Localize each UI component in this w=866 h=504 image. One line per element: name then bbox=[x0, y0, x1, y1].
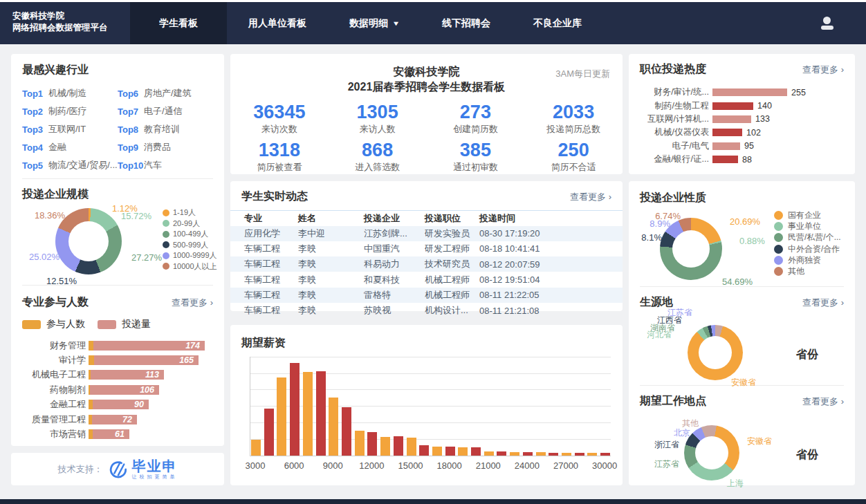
legend-item: 1000-9999人 bbox=[163, 250, 217, 261]
user-menu[interactable] bbox=[820, 2, 866, 44]
overview-stats-card: 安徽科技学院 2021届春季招聘会学生数据看板 3AM每日更新 36345来访次… bbox=[230, 54, 623, 174]
industry-label: 汽车 bbox=[144, 159, 162, 171]
section-title: 专业参与人数 bbox=[22, 295, 89, 310]
view-more-link[interactable]: 查看更多 › bbox=[570, 191, 611, 203]
table-cell: 机构设计... bbox=[425, 303, 479, 318]
tab-label: 线下招聘会 bbox=[442, 17, 490, 30]
legend-label: 1-19人 bbox=[173, 207, 196, 218]
legend-dot-icon bbox=[163, 252, 169, 259]
dashboard-content: 最感兴趣行业 Top1机械/制造Top2制药/医疗Top3互联网/ITTop4金… bbox=[0, 44, 866, 485]
salary-bar bbox=[264, 409, 274, 456]
industry-label: 互联网/IT bbox=[48, 123, 86, 136]
industry-label: 制药/医疗 bbox=[48, 105, 87, 118]
industry-label: 消费品 bbox=[144, 141, 171, 153]
donut-callout: 25.02% bbox=[29, 252, 59, 262]
majors-bar-label: 机械电子工程 bbox=[22, 368, 86, 381]
tab-bad-company[interactable]: 不良企业库 bbox=[512, 2, 603, 44]
origin-donut bbox=[688, 325, 743, 380]
x-axis-tick-label: 15000 bbox=[398, 460, 423, 471]
industry-rank: Top2 bbox=[22, 106, 48, 117]
chevron-right-icon: › bbox=[841, 64, 844, 75]
job-heat-value: 133 bbox=[755, 114, 770, 124]
user-icon[interactable] bbox=[820, 17, 834, 30]
salary-bar bbox=[329, 398, 338, 456]
stat-value: 2033 bbox=[524, 102, 623, 122]
industry-rank-item: Top5物流/交通/贸易/... bbox=[22, 156, 118, 174]
table-cell: 李映 bbox=[298, 256, 364, 272]
table-row: 车辆工程李映和夏科技机械工程师08-12 19:51:04 bbox=[230, 272, 623, 287]
legend-dot-icon bbox=[774, 211, 783, 220]
majors-bar: 165 bbox=[89, 355, 199, 365]
tab-offline-fair[interactable]: 线下招聘会 bbox=[421, 2, 512, 44]
table-cell: 车辆工程 bbox=[230, 241, 298, 256]
industry-rank-item: Top1机械/制造 bbox=[22, 84, 118, 102]
tech-support-card: 技术支持： 毕业申 让校招更简单 bbox=[11, 453, 224, 485]
job-heat-bar bbox=[712, 142, 740, 150]
company-size-donut bbox=[55, 208, 122, 274]
tab-student-board[interactable]: 学生看板 bbox=[130, 2, 227, 44]
legend-label: 外商独资 bbox=[788, 254, 821, 266]
job-heat-bar bbox=[712, 115, 751, 123]
job-heat-row: 制药/生物工程140 bbox=[640, 99, 844, 112]
table-column-header: 姓名 bbox=[298, 211, 364, 226]
view-more-link[interactable]: 查看更多 › bbox=[172, 297, 213, 309]
majors-bar: 61 bbox=[89, 429, 129, 439]
table-cell: 李映 bbox=[298, 288, 364, 303]
view-more-link[interactable]: 查看更多 › bbox=[802, 395, 844, 408]
applications-bar-segment: 72 bbox=[92, 415, 137, 424]
donut-callout: 27.27% bbox=[131, 252, 162, 263]
stat-label: 来访次数 bbox=[230, 123, 329, 136]
app-title: 安徽科技学院 网络招聘会数据管理平台 bbox=[0, 2, 130, 44]
table-cell: 08-12 19:51:04 bbox=[479, 272, 623, 287]
stat-label: 通过初审数 bbox=[427, 161, 525, 174]
x-axis-tick-label: 12000 bbox=[359, 460, 384, 471]
donut-callout: 北京 bbox=[674, 427, 690, 439]
industry-rank: Top7 bbox=[118, 106, 144, 117]
stat-value: 36345 bbox=[230, 102, 329, 122]
job-heat-label: 电子/电气 bbox=[640, 140, 709, 152]
tab-employer-board[interactable]: 用人单位看板 bbox=[227, 2, 328, 44]
chevron-right-icon: › bbox=[210, 297, 213, 308]
salary-bar bbox=[303, 372, 313, 456]
section-major-participation: 专业参与人数 查看更多 › 参与人数 投递量 财务管理174审计学165机械电子… bbox=[11, 286, 224, 447]
chevron-right-icon: › bbox=[841, 297, 844, 308]
donut-callout: 安徽省 bbox=[731, 377, 756, 389]
legend-item: 100-499人 bbox=[163, 229, 217, 240]
biyeshen-tagline: 让校招更简单 bbox=[132, 474, 178, 479]
table-cell: 苏映视 bbox=[364, 303, 425, 318]
stat-label: 进入筛选数 bbox=[329, 161, 427, 174]
tab-label: 数据明细 bbox=[349, 17, 388, 30]
majors-bar-label: 金融工程 bbox=[22, 398, 86, 411]
industry-rank: Top8 bbox=[118, 124, 144, 135]
app-title-line1: 安徽科技学院 bbox=[12, 10, 130, 22]
legend-item: 国有企业 bbox=[774, 209, 841, 221]
job-heat-card: 职位投递热度 查看更多 › 财务/审计/统...255制药/生物工程140互联网… bbox=[629, 54, 855, 174]
legend-label: 国有企业 bbox=[788, 209, 821, 221]
view-more-link[interactable]: 查看更多 › bbox=[802, 64, 844, 76]
industry-rank: Top6 bbox=[118, 88, 144, 99]
biyeshen-brand-name: 毕业申 bbox=[132, 459, 178, 473]
donut-callout: 0.88% bbox=[739, 236, 765, 246]
legend-label: 事业单位 bbox=[788, 221, 821, 232]
view-more-link[interactable]: 查看更多 › bbox=[802, 297, 844, 309]
x-axis-tick-label: 9000 bbox=[323, 460, 343, 471]
industry-rank-item: Top9消费品 bbox=[118, 138, 213, 156]
industry-label: 金融 bbox=[48, 141, 66, 153]
legend-label: 投递量 bbox=[122, 318, 151, 330]
left-panel-card: 最感兴趣行业 Top1机械/制造Top2制药/医疗Top3互联网/ITTop4金… bbox=[11, 54, 224, 446]
stat-label: 投递简历总数 bbox=[524, 123, 623, 136]
tab-data-detail[interactable]: 数据明细▼ bbox=[328, 2, 421, 44]
section-title: 投递企业性质 bbox=[629, 191, 855, 205]
legend-dot-icon bbox=[774, 233, 783, 242]
salary-bar bbox=[277, 377, 286, 456]
salary-bar bbox=[562, 453, 571, 456]
table-cell: 车辆工程 bbox=[230, 272, 298, 287]
center-column: 安徽科技学院 2021届春季招聘会学生数据看板 3AM每日更新 36345来访次… bbox=[230, 54, 623, 485]
legend-item: 外商独资 bbox=[774, 254, 841, 265]
donut-callout: 河北省 bbox=[647, 329, 672, 341]
job-heat-value: 88 bbox=[742, 155, 752, 165]
top-industries-list: Top1机械/制造Top2制药/医疗Top3互联网/ITTop4金融Top5物流… bbox=[22, 84, 213, 174]
job-heat-label: 机械/仪器仪表 bbox=[640, 127, 709, 138]
table-row: 车辆工程李映雷格特机械工程师08-11 21:22:05 bbox=[230, 288, 623, 303]
donut-callout: 18.36% bbox=[17, 210, 65, 221]
